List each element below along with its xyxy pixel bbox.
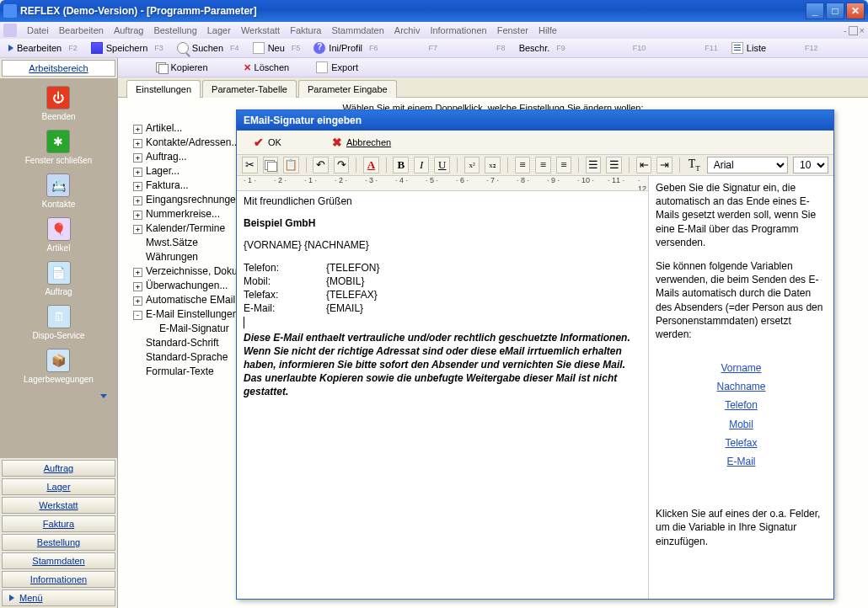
navbtn-auftrag[interactable]: Auftrag [2,460,115,477]
navbtn-stammdaten[interactable]: Stammdaten [2,552,115,569]
chevron-down-icon[interactable] [100,394,107,398]
nav-dispo-service[interactable]: 🗓Dispo-Service [32,302,84,343]
tree-expand-icon[interactable] [133,225,142,234]
undo-button[interactable]: ↶ [313,157,329,173]
liste-button[interactable]: Liste [726,41,771,55]
underline-button[interactable]: U [434,157,450,173]
menu-datei[interactable]: Datei [27,25,49,35]
tree-expand-icon[interactable] [133,211,142,220]
copy-icon [265,160,276,170]
tree-item-label: Standard-Sprache [146,351,228,363]
minimize-button[interactable]: _ [806,3,824,19]
nav-artikel[interactable]: 🎈Artikel [47,215,71,255]
tree-expand-icon[interactable] [133,153,142,163]
export-button[interactable]: Export [311,61,363,74]
subscript-button[interactable]: x₂ [485,157,501,173]
app-mini-icon [3,24,17,37]
mdi-restore-button[interactable] [849,26,858,35]
var-vorname[interactable]: Vorname [656,361,827,375]
tab-einstellungen[interactable]: Einstellungen [126,80,201,98]
new-button[interactable]: Neu [248,41,290,55]
save-button[interactable]: Speichern [86,41,153,55]
warehouse-icon: 📦 [46,349,70,372]
ok-button[interactable]: ✔OK [254,136,281,149]
indent-button[interactable]: ⇥ [656,157,672,173]
navbtn-bestellung[interactable]: Bestellung [2,534,115,551]
align-right-button[interactable]: ≡ [556,157,572,173]
navbtn-informationen[interactable]: Informationen [2,571,115,588]
beschr-button[interactable]: Beschr. [514,42,555,54]
question-icon: ? [313,42,325,54]
nav-beenden[interactable]: ⏻Beenden [41,83,75,124]
var-mobil[interactable]: Mobil [656,418,827,431]
search-button[interactable]: Suchen [172,41,228,55]
menu-hilfe[interactable]: Hilfe [538,25,557,35]
font-color-button[interactable]: A [363,157,379,173]
loeschen-button[interactable]: ✕Löschen [238,61,295,74]
superscript-button[interactable]: x² [464,157,480,173]
menu-informationen[interactable]: Informationen [430,25,486,35]
var-email[interactable]: E-Mail [656,455,827,468]
var-telefon[interactable]: Telefon [656,398,827,412]
sidebar-header[interactable]: Arbeitsbereich [2,60,115,77]
align-left-button[interactable]: ≡ [515,157,531,173]
bold-button[interactable]: B [393,157,409,173]
tree-expand-icon[interactable] [133,182,142,191]
nav-auftrag[interactable]: 📄Auftrag [45,259,72,299]
kopieren-button[interactable]: Kopieren [151,61,213,73]
menu-bestellung[interactable]: Bestellung [153,25,196,35]
redo-button[interactable]: ↷ [334,157,350,173]
menu-stammdaten[interactable]: Stammdaten [331,25,383,35]
menu-fenster[interactable]: Fenster [497,25,528,35]
var-nachname[interactable]: Nachname [656,380,827,393]
ruler[interactable]: · 1 ·· 2 ·· 1 ·· 2 ·· 3 ·· 4 ·· 5 ·· 6 ·… [237,176,648,191]
nav-kontakte[interactable]: 📇Kontakte [42,171,75,211]
navbtn-lager[interactable]: Lager [2,478,115,495]
edit-button[interactable]: Bearbeiten [3,42,67,54]
menu-archiv[interactable]: Archiv [394,25,421,35]
paste-button[interactable]: 📋 [283,157,299,173]
maximize-button[interactable]: □ [826,3,844,19]
font-size-select[interactable]: 10 [793,157,828,173]
tree-expand-icon[interactable] [133,125,142,134]
tree-expand-icon[interactable] [133,296,142,306]
italic-button[interactable]: I [414,157,430,173]
tree-expand-icon[interactable] [133,139,142,148]
dialog-button-row: ✔OK ✖Abbrechen [237,131,833,154]
menu-faktura[interactable]: Faktura [290,25,321,35]
tree-item-label: Formular-Texte [146,365,214,377]
tree-item-label: Eingangsrechnungen [146,194,241,205]
tab-parameter-tabelle[interactable]: Parameter-Tabelle [202,80,297,98]
align-center-button[interactable]: ≡ [535,157,551,173]
outdent-button[interactable]: ⇤ [636,157,652,173]
menu-auftrag[interactable]: Auftrag [114,25,143,35]
font-family-select[interactable]: Arial [707,157,788,173]
tree-expand-icon[interactable] [133,268,142,277]
var-telefax[interactable]: Telefax [656,436,827,450]
bullets-button[interactable]: ☰ [586,157,602,173]
nav-fenster-schliessen[interactable]: ✱Fenster schließen [25,127,92,168]
navbtn-werkstatt[interactable]: Werkstatt [2,497,115,514]
close-window-icon: ✱ [46,130,70,153]
numbered-button[interactable]: ☰ [606,157,622,173]
menu-werkstatt[interactable]: Werkstatt [241,25,280,35]
signature-editor[interactable]: Mit freundlichen Grüßen Beispiel GmbH {V… [237,191,648,599]
close-button[interactable]: ✕ [846,3,865,19]
tree-expand-icon[interactable] [133,282,142,291]
font-icon: TT [689,157,700,173]
tab-parameter-eingabe[interactable]: Parameter Eingabe [298,80,397,98]
iniprofil-button[interactable]: ?Ini/Profil [308,41,367,55]
copy-button[interactable] [263,157,279,173]
format-toolbar: ✂ 📋 ↶ ↷ A B I U x² x₂ ≡ ≡ ≡ ☰ ☰ ⇤ ⇥ TT A… [237,154,833,176]
tree-expand-icon[interactable] [133,196,142,205]
tree-item-label: Überwachungen... [146,280,228,291]
tree-expand-icon[interactable] [133,168,142,177]
menu-lager[interactable]: Lager [207,25,231,35]
nav-lagerbewegungen[interactable]: 📦Lagerbewegungen [24,346,94,387]
cancel-button[interactable]: ✖Abbrechen [332,136,391,149]
navbtn-menu[interactable]: Menü [2,589,115,606]
navbtn-faktura[interactable]: Faktura [2,515,115,532]
cut-button[interactable]: ✂ [242,157,258,173]
menu-bearbeiten[interactable]: Bearbeiten [59,25,104,35]
tree-collapse-icon[interactable] [133,311,142,320]
